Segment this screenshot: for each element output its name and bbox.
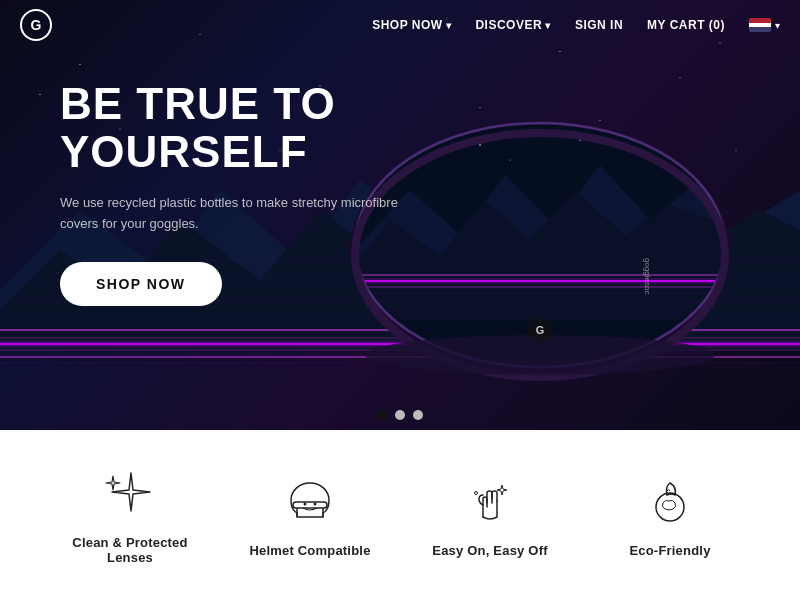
- logo[interactable]: G: [20, 9, 52, 41]
- carousel-dot-1[interactable]: [377, 410, 387, 420]
- svg-point-47: [474, 492, 477, 495]
- carousel-dots: [377, 410, 423, 420]
- svg-text:gogglesoc: gogglesoc: [643, 258, 652, 294]
- feature-easy-on: Easy On, Easy Off: [410, 473, 570, 558]
- svg-point-24: [709, 137, 711, 139]
- flag-arrow: ▾: [775, 20, 780, 31]
- feature-easy-on-label: Easy On, Easy Off: [432, 543, 547, 558]
- svg-point-23: [679, 149, 681, 151]
- svg-point-18: [429, 134, 431, 136]
- helmet-icon: [280, 473, 340, 533]
- svg-point-26: [509, 159, 510, 160]
- hero-section: G gogglesoc BE TRUE TO YOURSELF We use r…: [0, 0, 800, 430]
- carousel-dot-3[interactable]: [413, 410, 423, 420]
- main-nav: SHOP NOW DISCOVER SIGN IN MY CART (0) ▾: [372, 18, 780, 32]
- svg-point-45: [303, 503, 306, 506]
- shop-now-button[interactable]: SHOP NOW: [60, 262, 222, 306]
- svg-point-48: [656, 493, 684, 521]
- features-section: Clean & Protected Lenses Helmet Compatib…: [0, 430, 800, 600]
- logo-icon: G: [31, 17, 42, 33]
- carousel-dot-2[interactable]: [395, 410, 405, 420]
- nav-cart[interactable]: MY CART (0): [647, 18, 725, 32]
- hero-title: BE TRUE TO YOURSELF: [60, 80, 400, 177]
- nav-sign-in[interactable]: SIGN IN: [575, 18, 623, 32]
- header: G SHOP NOW DISCOVER SIGN IN MY CART (0) …: [0, 0, 800, 50]
- feature-clean-lenses: Clean & Protected Lenses: [50, 465, 210, 565]
- sparkle-icon: [100, 465, 160, 525]
- feature-helmet-label: Helmet Compatible: [249, 543, 370, 558]
- hero-subtitle: We use recycled plastic bottles to make …: [60, 193, 400, 235]
- feature-eco: Eco-Friendly: [590, 473, 750, 558]
- hand-icon: [460, 473, 520, 533]
- nav-discover[interactable]: DISCOVER: [475, 18, 550, 32]
- hero-content: BE TRUE TO YOURSELF We use recycled plas…: [60, 80, 400, 306]
- us-flag-icon: [749, 18, 771, 32]
- svg-point-46: [313, 503, 316, 506]
- svg-rect-44: [293, 502, 327, 508]
- svg-point-19: [479, 144, 481, 146]
- language-selector[interactable]: ▾: [749, 18, 780, 32]
- feature-eco-label: Eco-Friendly: [629, 543, 710, 558]
- svg-text:G: G: [536, 324, 545, 336]
- feature-helmet: Helmet Compatible: [230, 473, 390, 558]
- eco-icon: [640, 473, 700, 533]
- nav-shop-now[interactable]: SHOP NOW: [372, 18, 451, 32]
- svg-point-22: [629, 134, 631, 136]
- feature-clean-lenses-label: Clean & Protected Lenses: [50, 535, 210, 565]
